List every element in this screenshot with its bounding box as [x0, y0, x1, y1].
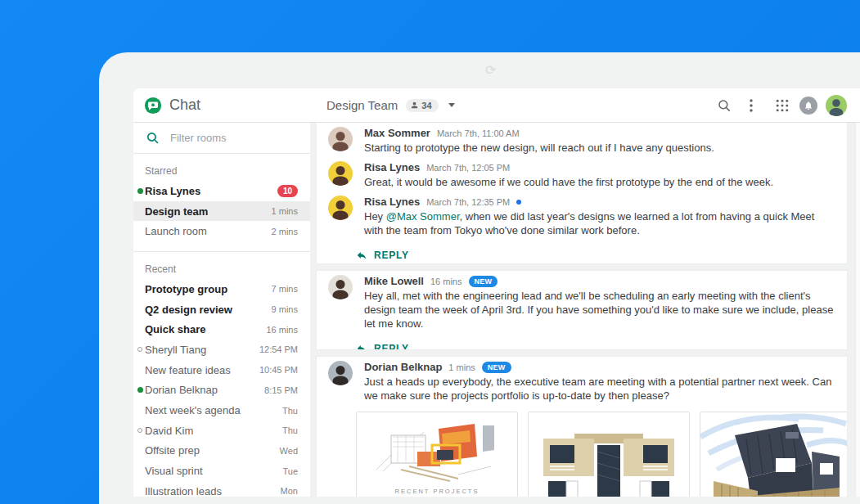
- message-author[interactable]: Risa Lynes: [364, 161, 420, 173]
- message-timestamp: 16 mins: [430, 277, 462, 286]
- sidebar-item-risa-lynes[interactable]: Risa Lynes 10: [133, 181, 310, 201]
- sidebar-item-design-team[interactable]: Design team 1 mins: [133, 201, 310, 222]
- sidebar-item-david-kim[interactable]: David Kim Thu: [133, 421, 310, 441]
- message-text: Hey all, met with the engineering lead a…: [364, 289, 834, 331]
- unread-count-badge: 10: [277, 185, 298, 197]
- starred-section-label: Starred: [133, 154, 310, 181]
- app-name: Chat: [169, 97, 200, 114]
- attachment-image-dark-building-sketch[interactable]: [700, 412, 848, 497]
- attachment-row: RECENT PROJECTS: [356, 412, 847, 497]
- avatar[interactable]: [328, 275, 353, 299]
- message-text: Starting to prototype the new design, wi…: [364, 141, 834, 155]
- search-icon: [717, 98, 732, 113]
- reply-button[interactable]: REPLY: [356, 343, 409, 350]
- message-timestamp: March 7th, 12:35 PM: [426, 197, 510, 207]
- notification-bell-icon: [799, 97, 817, 115]
- sidebar-item-illustration-leads[interactable]: Illustration leads Mon: [133, 481, 310, 497]
- notifications-button[interactable]: [799, 97, 826, 115]
- message-author[interactable]: Dorian Belknap: [364, 361, 442, 373]
- architecture-sketch-2: [529, 412, 689, 497]
- reply-button[interactable]: REPLY: [356, 250, 409, 261]
- apps-grid-icon: [776, 99, 789, 112]
- message-text: Just a heads up everybody, the executive…: [364, 375, 834, 403]
- architecture-sketch-1: [360, 417, 514, 483]
- sidebar-item-prototype-group[interactable]: Prototype group 7 mins: [133, 279, 310, 299]
- sidebar-item-visual-sprint[interactable]: Visual sprint Tue: [133, 461, 310, 481]
- message: Risa Lynes March 7th, 12:05 PM Great, it…: [317, 157, 847, 191]
- thread-card: Max Sommer March 7th, 11:00 AM Starting …: [316, 123, 848, 264]
- sidebar-item-q2-design-review[interactable]: Q2 design review 9 mins: [133, 299, 310, 320]
- message: Dorian Belknap 1 mins NEW Just a heads u…: [317, 357, 847, 405]
- message-author[interactable]: Mike Lowell: [364, 275, 424, 287]
- filter-search-icon: [146, 131, 160, 145]
- avatar[interactable]: [328, 127, 353, 151]
- sidebar-item-new-feature-ideas[interactable]: New feature ideas 10:45 PM: [133, 360, 310, 380]
- room-dropdown-icon[interactable]: [448, 103, 455, 107]
- message: Mike Lowell 16 mins NEW Hey all, met wit…: [317, 271, 847, 333]
- message-timestamp: March 7th, 11:00 AM: [437, 128, 520, 138]
- sidebar-item-offsite-prep[interactable]: Offsite prep Wed: [133, 441, 310, 461]
- sidebar-item-dorian-belknap[interactable]: Dorian Belknap 8:15 PM: [133, 380, 310, 401]
- avatar[interactable]: [328, 361, 353, 385]
- loading-refresh-icon: ⟳: [485, 62, 496, 78]
- message-timestamp: 1 mins: [448, 362, 475, 372]
- chat-logo-icon: [144, 97, 162, 115]
- member-count-button[interactable]: 34: [406, 99, 438, 112]
- message-author[interactable]: Max Sommer: [364, 127, 430, 139]
- avatar[interactable]: [328, 196, 353, 220]
- person-icon: [410, 101, 419, 110]
- chat-app-window: Chat Design Team 34: [133, 88, 860, 497]
- member-count: 34: [421, 101, 431, 110]
- recent-section-label: Recent: [133, 252, 310, 279]
- sidebar-item-quick-share[interactable]: Quick share 16 mins: [133, 319, 310, 340]
- overflow-menu-button[interactable]: [750, 99, 753, 112]
- search-button[interactable]: [717, 98, 732, 113]
- avatar[interactable]: [328, 161, 353, 186]
- reply-arrow-icon: [356, 343, 367, 350]
- new-badge: NEW: [469, 276, 498, 287]
- google-apps-button[interactable]: [776, 99, 789, 112]
- attachment-image-recent-projects[interactable]: RECENT PROJECTS: [356, 412, 518, 497]
- presence-online-icon: [137, 387, 143, 393]
- presence-offline-icon: [137, 428, 142, 433]
- presence-offline-icon: [137, 347, 142, 352]
- attachment-caption: RECENT PROJECTS: [360, 488, 514, 495]
- sidebar-item-sheryll-tiang[interactable]: Sheryll Tiang 12:54 PM: [133, 340, 310, 360]
- user-avatar[interactable]: [826, 95, 847, 116]
- device-frame: ⟳ Chat Design Team 34: [99, 52, 860, 504]
- message: Max Sommer March 7th, 11:00 AM Starting …: [317, 123, 847, 157]
- message: Risa Lynes March 7th, 12:35 PM Hey @Max …: [317, 191, 847, 240]
- filter-rooms-input[interactable]: [170, 132, 293, 144]
- thread-card: Dorian Belknap 1 mins NEW Just a heads u…: [316, 356, 848, 497]
- room-header: Design Team 34: [326, 98, 455, 112]
- unread-dot-icon: [516, 200, 521, 205]
- thread-card: Mike Lowell 16 mins NEW Hey all, met wit…: [316, 270, 848, 350]
- message-author[interactable]: Risa Lynes: [364, 196, 420, 208]
- message-thread-area: Max Sommer March 7th, 11:00 AM Starting …: [310, 123, 860, 497]
- user-mention-link[interactable]: @Max Sommer: [386, 210, 460, 223]
- message-timestamp: March 7th, 12:05 PM: [426, 163, 510, 173]
- architecture-sketch-3: [700, 412, 848, 497]
- presence-online-icon: [137, 188, 143, 194]
- header-actions: [717, 95, 860, 116]
- app-header: Chat Design Team 34: [133, 88, 860, 123]
- app-brand: Chat: [133, 97, 326, 115]
- room-title: Design Team: [326, 98, 398, 112]
- app-content: Starred Risa Lynes 10 Design team 1 mins…: [133, 123, 860, 497]
- rooms-sidebar: Starred Risa Lynes 10 Design team 1 mins…: [133, 123, 310, 497]
- message-text: Hey @Max Sommer, when we did last year's…: [364, 209, 834, 237]
- message-text: Great, it would be awesome if we could h…: [364, 175, 834, 189]
- filter-rooms-row: [133, 123, 310, 154]
- sidebar-item-next-weeks-agenda[interactable]: Next week's agenda Thu: [133, 400, 310, 421]
- three-dot-menu-icon: [750, 99, 753, 112]
- new-badge: NEW: [482, 362, 511, 373]
- attachment-image-house-sketch[interactable]: [528, 412, 690, 497]
- sidebar-item-launch-room[interactable]: Launch room 2 mins: [133, 221, 310, 241]
- reply-arrow-icon: [356, 250, 367, 261]
- thread-scrollbar[interactable]: [855, 123, 860, 497]
